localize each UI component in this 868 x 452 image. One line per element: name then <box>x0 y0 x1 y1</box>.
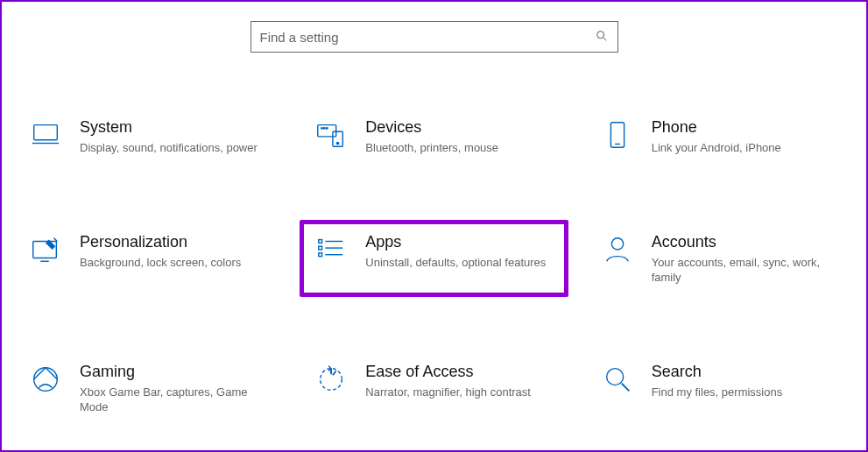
svg-rect-2 <box>34 125 58 140</box>
phone-icon <box>599 117 636 153</box>
tile-system[interactable]: System Display, sound, notifications, po… <box>14 105 282 167</box>
svg-point-21 <box>611 237 623 249</box>
tile-desc: Bluetooth, printers, mouse <box>365 140 549 156</box>
svg-point-22 <box>34 367 58 391</box>
settings-grid: System Display, sound, notifications, po… <box>2 88 866 427</box>
accounts-icon <box>599 231 636 268</box>
tile-text: Devices Bluetooth, printers, mouse <box>365 117 554 156</box>
tile-text: Phone Link your Android, iPhone <box>652 117 841 156</box>
tile-devices[interactable]: Devices Bluetooth, printers, mouse <box>300 105 568 167</box>
tile-title: Accounts <box>652 233 841 251</box>
tile-phone[interactable]: Phone Link your Android, iPhone <box>586 105 854 167</box>
personalization-icon <box>27 231 64 268</box>
tile-accounts[interactable]: Accounts Your accounts, email, sync, wor… <box>586 220 854 297</box>
tile-desc: Link your Android, iPhone <box>652 140 836 156</box>
tile-text: System Display, sound, notifications, po… <box>80 117 269 156</box>
svg-point-8 <box>324 128 326 130</box>
apps-icon <box>313 231 349 268</box>
tile-title: Search <box>652 363 841 381</box>
gaming-icon <box>27 361 64 398</box>
tile-desc: Display, sound, notifications, power <box>80 140 264 156</box>
ease-of-access-icon <box>313 361 349 398</box>
tile-text: Apps Uninstall, defaults, optional featu… <box>365 231 554 271</box>
search-icon <box>595 29 609 46</box>
search-row <box>2 2 866 88</box>
tile-desc: Your accounts, email, sync, work, family <box>652 255 836 286</box>
devices-icon <box>313 117 349 153</box>
tile-gaming[interactable]: Gaming Xbox Game Bar, captures, Game Mod… <box>14 350 282 427</box>
svg-point-0 <box>596 31 603 38</box>
tile-desc: Xbox Game Bar, captures, Game Mode <box>80 385 264 415</box>
svg-point-6 <box>337 142 339 144</box>
tile-text: Personalization Background, lock screen,… <box>80 231 269 271</box>
tile-ease-of-access[interactable]: Ease of Access Narrator, magnifier, high… <box>300 350 568 427</box>
svg-rect-17 <box>319 246 322 250</box>
tile-text: Accounts Your accounts, email, sync, wor… <box>652 231 841 286</box>
svg-line-25 <box>621 383 629 391</box>
tile-title: System <box>80 118 269 137</box>
tile-title: Personalization <box>80 233 269 251</box>
svg-line-1 <box>603 38 606 40</box>
tile-apps[interactable]: Apps Uninstall, defaults, optional featu… <box>300 220 568 297</box>
tile-personalization[interactable]: Personalization Background, lock screen,… <box>14 220 282 297</box>
tile-desc: Find my files, permissions <box>652 385 836 400</box>
tile-search[interactable]: Search Find my files, permissions <box>586 350 854 427</box>
tile-title: Phone <box>652 118 841 137</box>
svg-point-7 <box>321 128 323 130</box>
tile-text: Ease of Access Narrator, magnifier, high… <box>365 361 554 400</box>
svg-point-9 <box>327 128 328 130</box>
tile-title: Devices <box>365 118 554 137</box>
tile-text: Search Find my files, permissions <box>652 361 841 400</box>
search-tile-icon <box>599 361 636 398</box>
search-box[interactable] <box>251 21 618 53</box>
tile-desc: Uninstall, defaults, optional features <box>365 255 549 271</box>
tile-title: Apps <box>365 233 554 251</box>
svg-point-24 <box>606 368 623 385</box>
tile-title: Ease of Access <box>365 363 554 381</box>
tile-desc: Narrator, magnifier, high contrast <box>365 385 549 400</box>
tile-text: Gaming Xbox Game Bar, captures, Game Mod… <box>80 361 269 415</box>
svg-rect-15 <box>319 239 322 243</box>
search-input[interactable] <box>260 30 595 45</box>
tile-desc: Background, lock screen, colors <box>80 255 264 271</box>
svg-rect-19 <box>319 252 322 256</box>
system-icon <box>27 117 64 153</box>
tile-title: Gaming <box>80 363 269 381</box>
